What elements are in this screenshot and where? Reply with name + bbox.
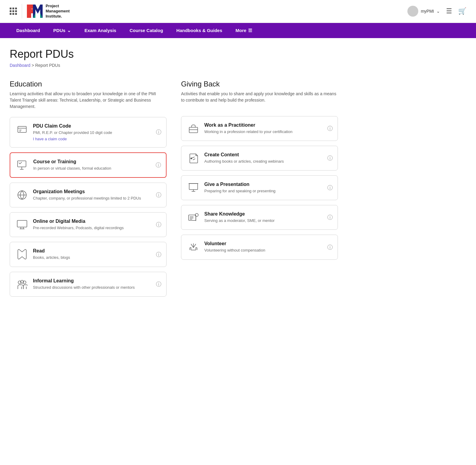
card-volunteer[interactable]: Volunteer Volunteering without compensat… [181, 235, 338, 259]
card-informal-learning[interactable]: Informal Learning Structured discussions… [10, 272, 167, 297]
svg-rect-12 [18, 161, 26, 167]
read-title: Read [33, 248, 160, 254]
course-training-desc: In person or virtual classes, formal edu… [33, 166, 160, 171]
svg-point-32 [191, 158, 192, 159]
org-meetings-icon [16, 189, 28, 201]
give-presentation-desc: Preparing for and speaking or presenting [204, 188, 332, 194]
claim-code-link[interactable]: I have a claim code [33, 137, 160, 141]
svg-line-31 [193, 159, 195, 160]
card-give-presentation[interactable]: Give a Presentation Preparing for and sp… [181, 175, 338, 200]
share-knowledge-title: Share Knowledge [204, 211, 332, 217]
breadcrumb: Dashboard > Report PDUs [10, 63, 338, 68]
give-presentation-icon [187, 182, 199, 194]
card-create-content[interactable]: Create Content Authoring books or articl… [181, 146, 338, 171]
work-practitioner-desc: Working in a profession related to your … [204, 129, 332, 135]
cart-icon[interactable]: 🛒 [458, 7, 466, 15]
pdus-chevron-icon: ⌄ [67, 28, 71, 33]
svg-line-30 [192, 157, 195, 158]
volunteer-title: Volunteer [204, 241, 332, 246]
logo-divider [22, 4, 22, 18]
org-meetings-title: Organization Meetings [33, 189, 160, 194]
online-digital-help-icon[interactable]: ⓘ [156, 221, 161, 228]
grid-menu-icon[interactable] [10, 8, 17, 15]
course-training-title: Course or Training [33, 159, 160, 164]
giving-back-desc: Activities that enable you to share and … [181, 91, 338, 109]
nav-dashboard[interactable]: Dashboard [10, 23, 47, 38]
volunteer-help-icon[interactable]: ⓘ [327, 244, 333, 251]
card-pdu-claim-code[interactable]: PDU Claim Code PMI, R.E.P. or Chapter pr… [10, 117, 167, 148]
give-presentation-help-icon[interactable]: ⓘ [327, 184, 333, 191]
more-menu-icon: ☰ [248, 28, 252, 33]
give-presentation-body: Give a Presentation Preparing for and sp… [204, 182, 332, 194]
informal-learning-desc: Structured discussions with other profes… [33, 285, 160, 290]
top-bar-right: myPMI ⌄ ☰ 🛒 [407, 6, 466, 17]
giving-back-section: Giving Back Activities that enable you t… [181, 80, 338, 301]
notification-bell-icon[interactable]: ☰ [446, 7, 452, 15]
pdu-claim-code-help-icon[interactable]: ⓘ [156, 128, 161, 136]
pdu-claim-code-title: PDU Claim Code [33, 123, 160, 129]
pmi-logo[interactable]: ProjectManagementInstitute. [27, 4, 70, 19]
create-content-title: Create Content [204, 152, 332, 158]
read-body: Read Books, articles, blogs [33, 248, 160, 260]
informal-learning-title: Informal Learning [33, 278, 160, 284]
org-meetings-help-icon[interactable]: ⓘ [156, 191, 161, 199]
course-training-body: Course or Training In person or virtual … [33, 159, 160, 171]
nav-handbooks[interactable]: Handbooks & Guides [170, 23, 229, 38]
share-knowledge-icon [187, 211, 199, 223]
online-digital-title: Online or Digital Media [33, 219, 160, 224]
pmi-logo-icon [27, 5, 43, 18]
work-practitioner-icon [187, 122, 199, 135]
nav-course-catalog[interactable]: Course Catalog [123, 23, 170, 38]
svg-rect-8 [18, 126, 26, 132]
online-digital-body: Online or Digital Media Pre-recorded Web… [33, 219, 160, 231]
two-col-layout: Education Learning activities that allow… [10, 80, 338, 301]
card-org-meetings[interactable]: Organization Meetings Chapter, company, … [10, 183, 167, 207]
online-digital-desc: Pre-recorded Webinars, Podcasts, digital… [33, 225, 160, 231]
svg-rect-37 [189, 215, 196, 220]
share-knowledge-help-icon[interactable]: ⓘ [327, 214, 333, 221]
page-content: Report PDUs Dashboard > Report PDUs Educ… [0, 38, 348, 316]
card-share-knowledge[interactable]: Share Knowledge Serving as a moderator, … [181, 205, 338, 230]
breadcrumb-home[interactable]: Dashboard [10, 63, 31, 68]
breadcrumb-current: Report PDUs [35, 63, 60, 68]
informal-learning-help-icon[interactable]: ⓘ [156, 281, 161, 288]
nav-more[interactable]: More ☰ [229, 23, 259, 38]
share-knowledge-desc: Serving as a moderator, SME, or mentor [204, 218, 332, 223]
nav-exam-analysis[interactable]: Exam Analysis [78, 23, 123, 38]
svg-rect-28 [189, 127, 198, 133]
give-presentation-title: Give a Presentation [204, 182, 332, 187]
main-nav: Dashboard PDUs ⌄ Exam Analysis Course Ca… [0, 23, 476, 38]
read-icon [16, 248, 28, 260]
card-work-practitioner[interactable]: Work as a Practitioner Working in a prof… [181, 116, 338, 141]
nav-pdus[interactable]: PDUs ⌄ [47, 23, 78, 38]
education-section: Education Learning activities that allow… [10, 80, 167, 301]
work-practitioner-help-icon[interactable]: ⓘ [327, 125, 333, 132]
giving-back-title: Giving Back [181, 80, 338, 88]
svg-rect-17 [17, 220, 27, 227]
pdu-claim-code-icon [16, 123, 28, 135]
card-read[interactable]: Read Books, articles, blogs ⓘ [10, 242, 167, 267]
volunteer-body: Volunteer Volunteering without compensat… [204, 241, 332, 253]
svg-rect-33 [189, 184, 198, 190]
create-content-icon [187, 152, 199, 164]
course-training-help-icon[interactable]: ⓘ [156, 161, 161, 169]
education-title: Education [10, 80, 167, 88]
read-help-icon[interactable]: ⓘ [156, 251, 161, 258]
mypmi-button[interactable]: myPMI ⌄ [407, 6, 440, 17]
card-online-digital[interactable]: Online or Digital Media Pre-recorded Web… [10, 212, 167, 237]
online-digital-icon [16, 219, 28, 231]
volunteer-desc: Volunteering without compensation [204, 248, 332, 253]
breadcrumb-separator: > [31, 63, 35, 68]
volunteer-icon [187, 241, 199, 253]
informal-learning-icon [16, 278, 28, 290]
user-avatar [407, 6, 418, 17]
org-meetings-desc: Chapter, company, or professional meetin… [33, 196, 160, 201]
create-content-help-icon[interactable]: ⓘ [327, 154, 333, 162]
logo-text: ProjectManagementInstitute. [46, 4, 70, 19]
card-course-training[interactable]: Course or Training In person or virtual … [10, 152, 167, 178]
mypmi-label: myPMI [421, 9, 434, 14]
mypmi-chevron-icon: ⌄ [436, 9, 440, 14]
pdu-claim-code-desc: PMI, R.E.P. or Chapter provided 10 digit… [33, 130, 160, 135]
org-meetings-body: Organization Meetings Chapter, company, … [33, 189, 160, 201]
create-content-body: Create Content Authoring books or articl… [204, 152, 332, 164]
